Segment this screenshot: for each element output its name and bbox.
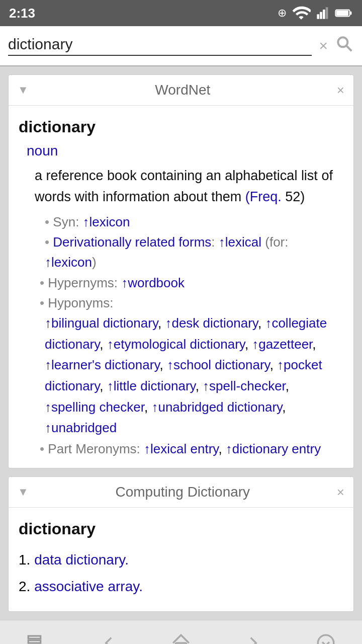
- computing-close-button[interactable]: ×: [337, 485, 344, 500]
- computing-item-2: 2. associative array.: [19, 576, 343, 597]
- hypo-desk-link[interactable]: ↑desk dictionary: [165, 315, 258, 331]
- wordnet-pos-line: noun: [19, 140, 343, 162]
- deriv-label-link[interactable]: Derivationally related forms: [53, 234, 211, 250]
- hypo-spellcheck-link[interactable]: ↑spell-checker: [203, 378, 286, 393]
- hyper-wordbook-link[interactable]: ↑wordbook: [121, 275, 185, 290]
- wordnet-card-header: ▼ WordNet ×: [9, 75, 353, 106]
- svg-rect-9: [28, 636, 41, 638]
- deriv-lexical-link[interactable]: ↑lexical: [219, 234, 261, 250]
- wordnet-entry-word: dictionary: [19, 115, 343, 140]
- hypo-etymological-link[interactable]: ↑etymological dictionary: [107, 337, 245, 352]
- svg-rect-6: [336, 11, 348, 16]
- wordnet-hypo-items: ↑bilingual dictionary, ↑desk dictionary,…: [45, 313, 343, 439]
- search-icon: [335, 34, 354, 53]
- deriv-lexicon-link[interactable]: ↑lexicon: [45, 255, 92, 270]
- home-icon: [170, 632, 192, 644]
- battery-icon: [335, 8, 353, 19]
- search-button[interactable]: [335, 34, 354, 57]
- hypo-learners-link[interactable]: ↑learner's dictionary: [45, 357, 159, 372]
- computing-body: dictionary 1. data dictionary. 2. associ…: [9, 508, 353, 611]
- clear-button[interactable]: ×: [319, 37, 328, 54]
- wordnet-deriv-line: • Derivationally related forms: ↑lexical…: [45, 232, 343, 273]
- bookmark-icon: [315, 632, 336, 644]
- svg-rect-2: [323, 10, 325, 19]
- history-button[interactable]: [16, 623, 56, 644]
- svg-line-8: [346, 46, 351, 51]
- computing-data-dict-link[interactable]: data dictionary.: [34, 552, 129, 568]
- wordnet-pos[interactable]: noun: [27, 143, 58, 158]
- wordnet-card: ▼ WordNet × dictionary noun a reference …: [8, 74, 354, 468]
- back-icon: [98, 632, 119, 644]
- hypo-unabridged-link[interactable]: ↑unabridged: [45, 420, 117, 435]
- computing-assoc-array-link[interactable]: associative array.: [34, 579, 143, 594]
- search-input[interactable]: dictionary: [8, 36, 312, 56]
- home-button[interactable]: [161, 623, 201, 644]
- list-icon: [26, 632, 47, 644]
- forward-icon: [243, 632, 264, 644]
- wordnet-syn-line: • Syn: ↑lexicon: [45, 212, 343, 232]
- status-bar: 2:13 ⊕: [0, 0, 362, 26]
- wordnet-title: WordNet: [29, 82, 337, 98]
- svg-rect-3: [326, 7, 328, 19]
- hypo-school-link[interactable]: ↑school dictionary: [167, 357, 270, 372]
- computing-item-1: 1. data dictionary.: [19, 549, 343, 571]
- wifi-icon: [292, 4, 311, 23]
- bottom-toolbar: [0, 620, 362, 644]
- part-dict-entry-link[interactable]: ↑dictionary entry: [226, 441, 321, 456]
- computing-title: Computing Dictionary: [29, 484, 337, 500]
- wordnet-hyper-line: • Hypernyms: ↑wordbook: [40, 273, 343, 293]
- wordnet-hypo-line: • Hyponyms:: [40, 293, 343, 313]
- hypo-little-link[interactable]: ↑little dictionary: [107, 378, 196, 393]
- svg-rect-0: [317, 14, 319, 19]
- computing-card: ▼ Computing Dictionary × dictionary 1. d…: [8, 476, 354, 612]
- back-button[interactable]: [88, 623, 129, 644]
- computing-collapse-arrow[interactable]: ▼: [18, 486, 29, 499]
- hypo-spelling-link[interactable]: ↑spelling checker: [45, 399, 144, 415]
- hypo-bilingual-link[interactable]: ↑bilingual dictionary: [45, 315, 158, 331]
- wordnet-collapse-arrow[interactable]: ▼: [18, 84, 29, 97]
- computing-card-header: ▼ Computing Dictionary ×: [9, 477, 353, 508]
- svg-point-13: [318, 635, 334, 644]
- wordnet-definition: a reference book containing an alphabeti…: [35, 166, 343, 208]
- signal-icon: [316, 6, 330, 20]
- status-time: 2:13: [9, 6, 35, 21]
- syn-lexicon-link[interactable]: ↑lexicon: [83, 214, 130, 229]
- svg-rect-10: [28, 640, 41, 643]
- svg-rect-1: [320, 12, 322, 19]
- status-icons: ⊕: [278, 4, 353, 23]
- pocket-cast-icon: ⊕: [278, 7, 287, 20]
- svg-point-7: [338, 37, 347, 47]
- wordnet-body: dictionary noun a reference book contain…: [9, 106, 353, 468]
- bookmark-button[interactable]: [306, 623, 346, 644]
- svg-rect-5: [350, 12, 352, 15]
- part-lexical-entry-link[interactable]: ↑lexical entry: [144, 441, 218, 456]
- search-bar: dictionary ×: [0, 26, 362, 66]
- forward-button[interactable]: [233, 623, 274, 644]
- wordnet-part-line: • Part Meronyms: ↑lexical entry, ↑dictio…: [40, 439, 343, 459]
- hypo-unabridged-dict-link[interactable]: ↑unabridged dictionary: [151, 399, 282, 415]
- wordnet-close-button[interactable]: ×: [337, 83, 344, 98]
- computing-entry-word: dictionary: [19, 517, 343, 542]
- content-area: ▼ WordNet × dictionary noun a reference …: [0, 66, 362, 620]
- hypo-gazetteer-link[interactable]: ↑gazetteer: [252, 337, 312, 352]
